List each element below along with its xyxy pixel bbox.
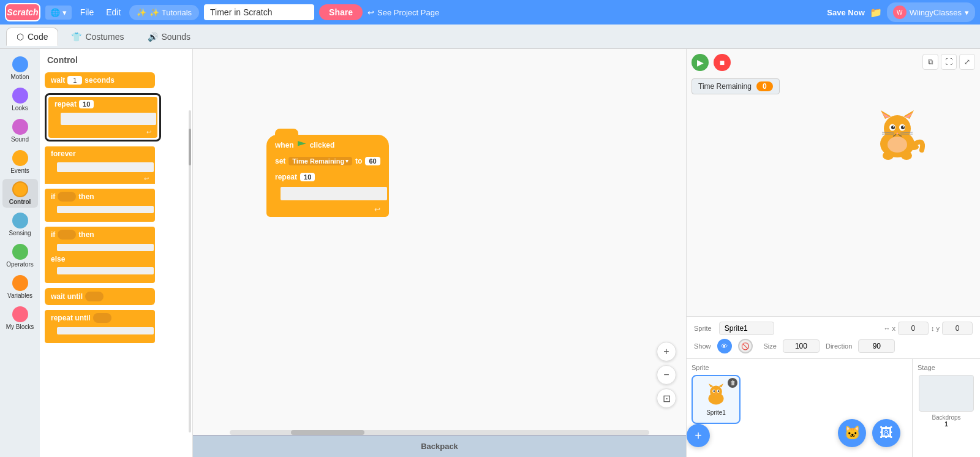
repeat-count[interactable]: 10 xyxy=(300,173,315,181)
motion-label: Motion xyxy=(10,74,29,80)
sidebar-item-sensing[interactable]: Sensing xyxy=(2,210,38,239)
wait-block[interactable]: wait 1 seconds xyxy=(45,72,155,88)
stage-controls: ▶ ■ xyxy=(692,54,731,71)
username-label: WiingyClasses xyxy=(910,8,962,17)
sidebar-item-looks[interactable]: Looks xyxy=(2,85,38,114)
sidebar-item-motion[interactable]: Motion xyxy=(2,54,38,83)
add-sprite-button[interactable]: + xyxy=(687,424,710,447)
categories-panel: Motion Looks Sound Events Control Sensin… xyxy=(0,49,40,457)
y-field[interactable]: 0 xyxy=(942,322,973,335)
code-canvas[interactable]: when clicked set Time Remaining ▾ to 60 … xyxy=(193,49,686,457)
backdrops-count: 1 xyxy=(944,421,948,428)
sidebar-item-myblocks[interactable]: My Blocks xyxy=(2,304,38,333)
sidebar-item-events[interactable]: Events xyxy=(2,148,38,176)
size-field[interactable]: 100 xyxy=(783,339,820,353)
sensing-dot xyxy=(12,213,28,228)
project-name-input[interactable] xyxy=(204,4,314,20)
motion-dot xyxy=(12,56,28,72)
svg-marker-23 xyxy=(709,383,714,387)
variables-label: Variables xyxy=(7,292,32,299)
sound-dot xyxy=(12,119,28,135)
zoom-fit-button[interactable]: ⊡ xyxy=(657,388,676,408)
set-variable-block[interactable]: set Time Remaining ▾ to 60 xyxy=(266,153,389,169)
user-menu[interactable]: W WiingyClasses ▾ xyxy=(887,2,975,22)
backdrop-button[interactable]: 🖼 xyxy=(872,419,900,447)
sidebar-item-sound[interactable]: Sound xyxy=(2,116,38,145)
scratch-logo[interactable]: Scratch xyxy=(5,3,40,21)
tab-sounds[interactable]: 🔊 Sounds xyxy=(137,28,201,46)
show-button[interactable]: 👁 xyxy=(717,339,732,353)
tab-costumes[interactable]: 👕 Costumes xyxy=(61,28,134,46)
time-remaining-label: Time Remaining xyxy=(698,82,752,91)
sidebar-item-variables[interactable]: Variables xyxy=(2,273,38,301)
green-flag-button[interactable]: ▶ xyxy=(692,54,709,71)
variable-dropdown[interactable]: Time Remaining ▾ xyxy=(288,157,352,165)
share-button[interactable]: Share xyxy=(319,4,363,20)
expand-button[interactable]: ⤢ xyxy=(959,54,975,70)
repeat-input[interactable]: 10 xyxy=(79,100,94,108)
avatar: W xyxy=(893,6,907,19)
myblocks-label: My Blocks xyxy=(6,323,34,330)
y-icon: ↕ y xyxy=(931,325,940,332)
repeat-10-block[interactable]: repeat 10 xyxy=(266,169,389,185)
when-flag-clicked-block[interactable]: when clicked xyxy=(266,135,389,153)
sensing-label: Sensing xyxy=(9,230,31,236)
language-button[interactable]: 🌐 ▾ xyxy=(45,6,72,20)
restore-stage-button[interactable]: ⧉ xyxy=(922,54,938,70)
full-screen-button[interactable]: ⛶ xyxy=(941,54,957,70)
events-label: Events xyxy=(10,167,29,174)
hide-button[interactable]: 🚫 xyxy=(738,339,753,353)
svg-point-11 xyxy=(903,126,904,127)
events-dot xyxy=(12,150,28,166)
svg-point-18 xyxy=(901,151,912,160)
edit-menu[interactable]: Edit xyxy=(102,5,124,20)
if-then-else-block[interactable]: if then else xyxy=(45,227,155,283)
blocks-panel: Control wait 1 seconds repeat 10 ↩ xyxy=(40,49,193,457)
svg-point-28 xyxy=(718,390,720,392)
tab-bar: ⬡ Code 👕 Costumes 🔊 Sounds xyxy=(0,25,980,49)
scrollbar-thumb[interactable] xyxy=(291,430,364,435)
show-label: Show xyxy=(694,342,711,350)
stop-button[interactable]: ■ xyxy=(714,54,731,71)
sprite-label: Sprite xyxy=(694,325,712,332)
repeat-until-block[interactable]: repeat until xyxy=(45,310,155,343)
looks-label: Looks xyxy=(12,105,28,111)
sprite-thumb-sprite1[interactable]: 🗑 Sprite1 xyxy=(692,375,741,424)
see-project-icon: ↩ xyxy=(368,8,374,17)
sprite-name-field[interactable] xyxy=(719,322,774,335)
sprites-stage-area: Sprite 🗑 xyxy=(687,359,980,457)
script-stack: when clicked set Time Remaining ▾ to 60 … xyxy=(266,135,389,217)
stage-panel: Stage Backdrops 1 xyxy=(913,359,980,457)
tutorials-button[interactable]: ✨ ✨ Tutorials xyxy=(129,5,199,20)
zoom-in-button[interactable]: + xyxy=(657,342,676,361)
stage-area: ▶ ■ ⧉ ⛶ ⤢ Time Remaining 0 xyxy=(687,49,980,317)
folder-button[interactable]: 📁 xyxy=(870,7,882,18)
sprite-delete-button[interactable]: 🗑 xyxy=(728,378,737,388)
top-navigation: Scratch 🌐 ▾ File Edit ✨ ✨ Tutorials Shar… xyxy=(0,0,980,25)
wait-input[interactable]: 1 xyxy=(67,76,82,85)
canvas-scrollbar[interactable] xyxy=(230,430,649,435)
to-input[interactable]: 60 xyxy=(365,157,380,165)
size-label: Size xyxy=(764,342,777,350)
direction-field[interactable]: 90 xyxy=(858,339,895,353)
sidebar-item-control[interactable]: Control xyxy=(2,179,38,208)
file-menu[interactable]: File xyxy=(77,5,98,20)
cat-sprite-button[interactable]: 🐱 xyxy=(838,419,866,447)
save-now-button[interactable]: Save Now xyxy=(827,8,864,17)
forever-block[interactable]: forever ↩ xyxy=(45,146,155,184)
stage-thumbnail[interactable] xyxy=(919,375,974,412)
backpack-bar[interactable]: Backpack xyxy=(193,435,686,457)
direction-label: Direction xyxy=(826,342,852,350)
zoom-out-button[interactable]: − xyxy=(657,365,676,385)
sound-icon: 🔊 xyxy=(148,32,158,42)
c-block-arm xyxy=(266,185,389,202)
looks-dot xyxy=(12,88,28,104)
repeat-label: repeat xyxy=(55,100,77,108)
tab-code[interactable]: ⬡ Code xyxy=(6,28,58,46)
wait-until-block[interactable]: wait until xyxy=(45,288,155,305)
x-field[interactable]: 0 xyxy=(898,322,929,335)
if-then-block[interactable]: if then xyxy=(45,189,155,222)
sidebar-item-operators[interactable]: Operators xyxy=(2,241,38,270)
repeat-block-selected[interactable]: repeat 10 ↩ xyxy=(45,93,161,142)
see-project-button[interactable]: ↩ See Project Page xyxy=(368,8,439,17)
